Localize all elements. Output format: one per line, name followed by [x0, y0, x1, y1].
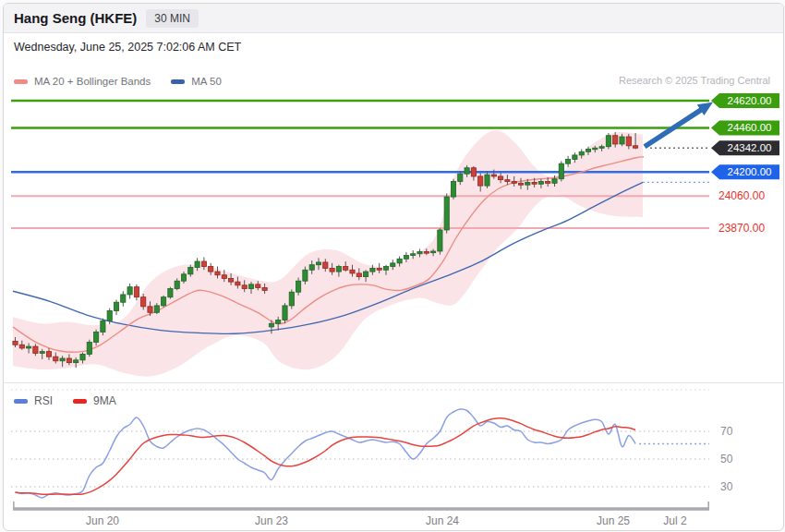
svg-text:24342.00: 24342.00 — [728, 142, 772, 153]
svg-text:24460.00: 24460.00 — [728, 122, 772, 133]
svg-text:24200.00: 24200.00 — [728, 166, 772, 177]
svg-text:Jun 24: Jun 24 — [426, 514, 459, 527]
timeframe-badge: 30 MIN — [146, 9, 199, 28]
legend-item-ma50: MA 50 — [171, 76, 222, 87]
page-title: Hang Seng (HKFE) — [14, 10, 137, 26]
svg-text:Jun 25: Jun 25 — [597, 514, 630, 527]
research-watermark: Research © 2025 Trading Central — [619, 75, 770, 86]
svg-text:24060.00: 24060.00 — [719, 189, 765, 202]
chart-report-page: Hang Seng (HKFE) 30 MIN Wednesday, June … — [3, 3, 784, 531]
svg-text:50: 50 — [720, 453, 733, 466]
svg-text:Jul 2: Jul 2 — [663, 514, 687, 527]
svg-text:Jun 23: Jun 23 — [255, 514, 288, 527]
ma50-swatch — [171, 79, 185, 84]
svg-text:70: 70 — [720, 425, 733, 438]
legend-label: MA 20 + Bollinger Bands — [34, 76, 151, 87]
svg-text:Jun 20: Jun 20 — [86, 514, 119, 527]
svg-text:30: 30 — [720, 480, 733, 493]
header-bar: Hang Seng (HKFE) 30 MIN — [4, 4, 783, 33]
ma20-bollinger-swatch — [14, 79, 28, 84]
svg-text:24620.00: 24620.00 — [728, 95, 772, 106]
rsi-indicator-chart: 705030Jun 20Jun 23Jun 24Jun 25Jul 2 — [4, 382, 783, 530]
main-price-chart: 24620.0024460.0024342.0024200.0024060.00… — [4, 89, 783, 382]
legend-label: MA 50 — [191, 76, 222, 87]
legend-item-ma20-bollinger: MA 20 + Bollinger Bands — [14, 76, 151, 87]
datetime-text: Wednesday, June 25, 2025 7:02:06 AM CET — [14, 41, 241, 54]
main-chart-legend: MA 20 + Bollinger Bands MA 50 — [14, 76, 222, 87]
svg-text:23870.00: 23870.00 — [719, 222, 765, 235]
